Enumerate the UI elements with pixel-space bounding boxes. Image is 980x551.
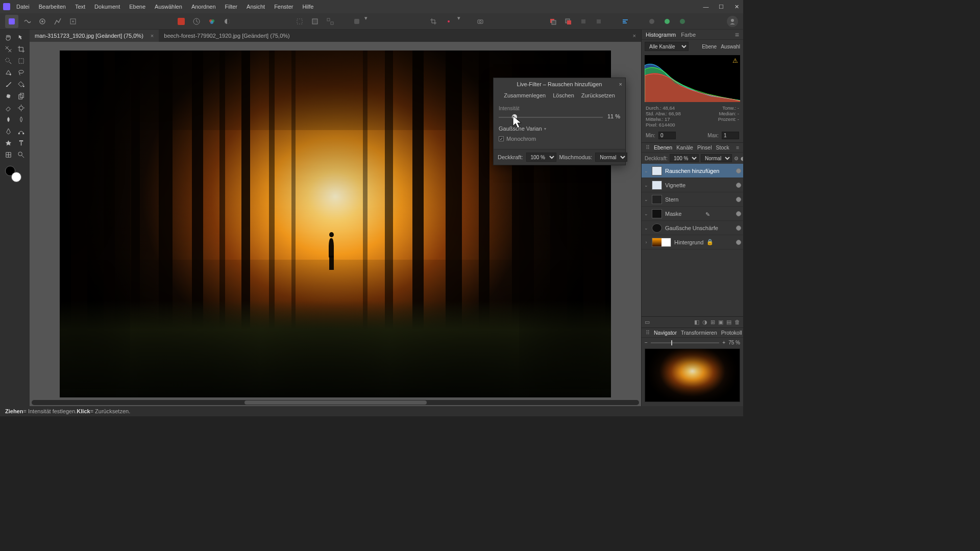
persona-liquify-icon[interactable] [20,15,34,28]
select-mode2-icon[interactable] [308,15,322,28]
max-input[interactable] [722,132,739,139]
select-mode1-icon[interactable] [293,15,306,28]
tab-brushes[interactable]: Pinsel [697,144,712,151]
scope-selection[interactable]: Auswahl [721,44,740,49]
tab-transform[interactable]: Transformieren [681,330,717,336]
align-icon[interactable] [619,15,632,28]
tab-close-icon[interactable]: × [151,33,154,39]
auto-contrast-icon[interactable] [220,15,234,28]
fill-tool-icon[interactable] [15,79,28,90]
node-tool-icon[interactable] [15,126,28,137]
scope-layer[interactable]: Ebene [702,44,717,49]
tab-histogram[interactable]: Histogramm [646,32,676,38]
zoom-in-button[interactable]: + [722,340,725,345]
swatch-red-icon[interactable] [175,15,188,28]
arrange-dim1-icon[interactable] [577,15,590,28]
add-layer-icon[interactable]: ▤ [726,319,731,325]
delete-layer-icon[interactable]: 🗑 [734,319,740,325]
layer-blur[interactable]: ⌄Gaußsche Unschärfe [642,221,743,235]
zoom-slider[interactable] [651,342,720,343]
opacity-input[interactable]: 100 % [526,153,556,162]
heal-tool-icon[interactable] [2,90,15,102]
mask-layer-icon[interactable]: ▭ [645,319,650,325]
eraser-tool-icon[interactable] [2,102,15,114]
menu-bearbeiten[interactable]: Bearbeiten [39,4,66,10]
window-minimize-button[interactable]: — [702,3,709,10]
arrange-front-icon[interactable] [561,15,575,28]
tab-man-image[interactable]: man-3151723_1920.jpg [Geändert] (75,0%)× [30,30,159,42]
persona-develop-icon[interactable] [36,15,49,28]
menu-text[interactable]: Text [75,4,85,10]
tab-navigator[interactable]: Navigator [654,330,677,336]
reset-button[interactable]: Zurücksetzen [581,92,615,98]
palette-icon[interactable] [442,15,455,28]
visibility-toggle-icon[interactable] [736,197,741,202]
window-maximize-button[interactable]: ☐ [718,3,725,10]
pen-tool-icon[interactable] [2,126,15,137]
menu-filter[interactable]: Filter [225,4,237,10]
layer-background[interactable]: ›Hintergrund🔒 [642,235,743,249]
canvas-viewport[interactable]: Live-Filter – Rauschen hinzufügen× Zusam… [30,42,641,406]
tab-layers[interactable]: Ebenen [654,144,672,151]
dodge-tool-icon[interactable] [15,102,28,114]
arrange-back-icon[interactable] [546,15,559,28]
navigator-preview[interactable] [645,348,740,402]
visibility-toggle-icon[interactable] [736,211,741,216]
account-icon[interactable] [727,16,738,27]
menu-fenster[interactable]: Fenster [274,4,293,10]
tab-stock[interactable]: Stock [716,144,729,151]
circle-tool3-icon[interactable] [676,15,689,28]
monochrome-checkbox[interactable]: ✓Monochrom [499,136,620,142]
camera-icon[interactable] [474,15,487,28]
min-input[interactable] [658,132,676,139]
arrange-dim2-icon[interactable] [592,15,605,28]
tab-history[interactable]: Protokoll [721,330,742,336]
auto-color-icon[interactable] [205,15,218,28]
lasso-tool-icon[interactable] [15,67,28,79]
tab-forest-image[interactable]: beech-forest-779902_1920.jpg [Geändert] … [159,30,295,42]
blur-tool-icon[interactable] [2,114,15,126]
crop-tool-icon[interactable] [15,43,28,55]
menu-dokument[interactable]: Dokument [94,4,120,10]
layer-mask[interactable]: ⌄Maske✎ [642,207,743,221]
clone-tool-icon[interactable] [15,90,28,102]
channels-dropdown[interactable]: Alle Kanäle [645,42,689,51]
menu-ebene[interactable]: Ebene [129,4,145,10]
circle-tool1-icon[interactable] [645,15,658,28]
tab-channels[interactable]: Kanäle [676,144,693,151]
persona-export-icon[interactable] [66,15,80,28]
quick-mask-icon[interactable] [350,15,363,28]
panel-menu-icon[interactable]: ≡ [735,32,739,37]
layer-vignette[interactable]: ⌄Vignette [642,178,743,192]
flood-select-icon[interactable] [2,67,15,79]
layers-blend-dropdown[interactable]: Normal [701,154,732,162]
dialog-close-icon[interactable]: × [619,81,622,87]
hand-tool-icon[interactable] [2,32,15,43]
auto-levels-icon[interactable] [190,15,203,28]
edit-icon[interactable]: ✎ [705,211,710,216]
fx-icon[interactable]: ◑ [702,319,707,325]
mesh-tool-icon[interactable] [2,149,15,161]
zoom-tool-icon[interactable] [15,149,28,161]
selection-brush-icon[interactable] [2,55,15,67]
layer-noise[interactable]: ⌄Rauschen hinzufügen [642,164,743,178]
brush-tool-icon[interactable] [2,79,15,90]
menu-anordnen[interactable]: Anordnen [191,4,216,10]
visibility-toggle-icon[interactable] [736,168,741,173]
distribution-dropdown[interactable]: Gaußsche Varian [499,126,546,132]
color-swatches[interactable] [5,166,21,182]
window-close-button[interactable]: ✕ [733,3,740,10]
layer-fx-icon[interactable]: ◐ [741,156,743,161]
menu-datei[interactable]: Datei [16,4,30,10]
smudge-tool-icon[interactable] [15,114,28,126]
zoom-out-button[interactable]: − [645,340,648,345]
lock-icon[interactable]: 🔒 [706,239,712,245]
dialog-title[interactable]: Live-Filter – Rauschen hinzufügen× [494,78,625,90]
layer-star[interactable]: ⌄Stern [642,192,743,207]
merge-button[interactable]: Zusammenlegen [504,92,546,98]
persona-tone-icon[interactable] [51,15,64,28]
menu-hilfe[interactable]: Hilfe [302,4,313,10]
move-tool-icon[interactable] [15,32,28,43]
view-tool-icon[interactable] [2,43,15,55]
menu-ansicht[interactable]: Ansicht [247,4,265,10]
